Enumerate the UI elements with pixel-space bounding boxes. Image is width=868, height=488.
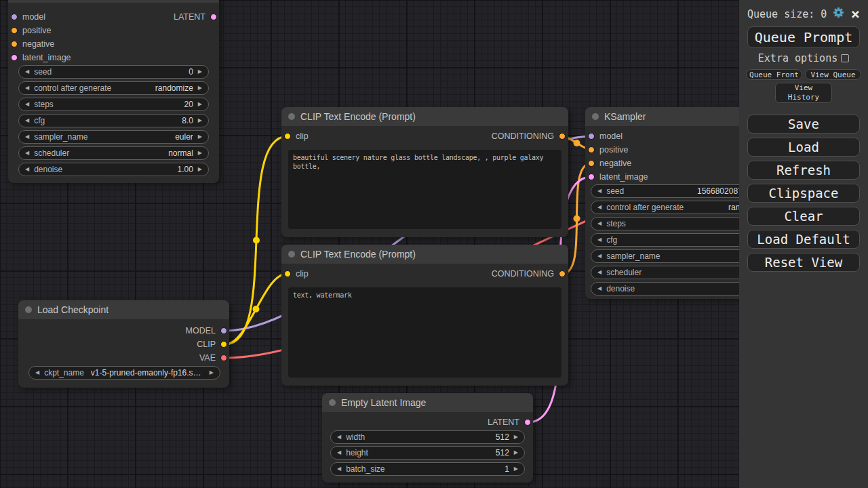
right-arrow-icon[interactable]: ▶ bbox=[514, 434, 518, 440]
widget-width[interactable]: ◀ width 512 ▶ bbox=[330, 430, 525, 444]
latent-port-icon[interactable] bbox=[11, 54, 18, 61]
input-port-model[interactable]: model bbox=[11, 12, 45, 22]
model-port-icon[interactable] bbox=[220, 327, 227, 334]
widget-denoise[interactable]: ◀ denoise 1.00 ▶ bbox=[18, 163, 209, 176]
output-port-conditioning[interactable]: CONDITIONING bbox=[492, 269, 566, 279]
input-port-clip[interactable]: clip bbox=[284, 131, 309, 141]
view-history-button[interactable]: View History bbox=[775, 83, 832, 103]
latent-port-icon[interactable] bbox=[210, 14, 217, 20]
conditioning-port-icon[interactable] bbox=[11, 41, 18, 47]
output-port-clip[interactable]: CLIP bbox=[197, 340, 227, 349]
clip-port-icon[interactable] bbox=[284, 133, 291, 140]
load-default-button[interactable]: Load Default bbox=[747, 230, 860, 249]
left-arrow-icon[interactable]: ◀ bbox=[337, 434, 341, 440]
widget-batch-size[interactable]: ◀ batch_size 1 ▶ bbox=[330, 462, 525, 476]
left-arrow-icon[interactable]: ◀ bbox=[25, 167, 29, 172]
node-clip-text-encode-positive[interactable]: CLIP Text Encode (Prompt) clip CONDITION… bbox=[281, 107, 568, 237]
widget-height[interactable]: ◀ height 512 ▶ bbox=[330, 446, 525, 460]
node-ksampler-left[interactable]: KSampler model positive negative latent_… bbox=[8, 0, 219, 183]
latent-port-icon[interactable] bbox=[588, 174, 595, 180]
widget-scheduler[interactable]: ◀ scheduler normal ▶ bbox=[18, 146, 209, 160]
clip-port-icon[interactable] bbox=[284, 270, 291, 277]
node-empty-latent-image[interactable]: Empty Latent Image LATENT ◀ width 512 ▶ … bbox=[322, 393, 533, 483]
queue-prompt-button[interactable]: Queue Prompt bbox=[747, 26, 860, 48]
input-port-negative[interactable]: negative bbox=[588, 159, 631, 168]
left-arrow-icon[interactable]: ◀ bbox=[25, 150, 29, 156]
left-arrow-icon[interactable]: ◀ bbox=[597, 221, 601, 226]
node-title-bar[interactable]: CLIP Text Encode (Prompt) bbox=[281, 107, 568, 126]
node-title-bar[interactable]: CLIP Text Encode (Prompt) bbox=[281, 245, 568, 264]
widget-seed[interactable]: ◀ seed 0 ▶ bbox=[18, 65, 209, 79]
close-icon[interactable]: × bbox=[851, 9, 860, 19]
settings-gear-icon[interactable] bbox=[833, 7, 844, 21]
vae-port-icon[interactable] bbox=[220, 354, 227, 361]
clip-port-icon[interactable] bbox=[220, 341, 227, 348]
widget-sampler-name[interactable]: ◀ sampler_name euler ▶ bbox=[18, 130, 209, 144]
left-arrow-icon[interactable]: ◀ bbox=[597, 286, 601, 291]
latent-port-icon[interactable] bbox=[524, 419, 531, 426]
left-arrow-icon[interactable]: ◀ bbox=[35, 370, 39, 375]
right-arrow-icon[interactable]: ▶ bbox=[210, 370, 214, 375]
node-clip-text-encode-negative[interactable]: CLIP Text Encode (Prompt) clip CONDITION… bbox=[281, 245, 568, 386]
input-port-negative[interactable]: negative bbox=[11, 39, 54, 49]
conditioning-port-icon[interactable] bbox=[559, 133, 566, 140]
conditioning-port-icon[interactable] bbox=[559, 270, 566, 277]
right-arrow-icon[interactable]: ▶ bbox=[198, 69, 202, 75]
right-arrow-icon[interactable]: ▶ bbox=[514, 466, 518, 472]
reset-view-button[interactable]: Reset View bbox=[747, 253, 860, 272]
left-arrow-icon[interactable]: ◀ bbox=[597, 270, 601, 275]
input-port-latent-image[interactable]: latent_image bbox=[11, 53, 71, 62]
left-arrow-icon[interactable]: ◀ bbox=[25, 118, 29, 123]
clipspace-button[interactable]: Clipspace bbox=[747, 184, 860, 203]
right-arrow-icon[interactable]: ▶ bbox=[198, 167, 202, 172]
right-arrow-icon[interactable]: ▶ bbox=[198, 102, 202, 107]
extra-options-checkbox[interactable] bbox=[841, 54, 849, 62]
left-arrow-icon[interactable]: ◀ bbox=[25, 134, 29, 140]
model-port-icon[interactable] bbox=[11, 14, 18, 20]
output-port-vae[interactable]: VAE bbox=[199, 353, 227, 363]
collapse-dot-icon[interactable] bbox=[288, 251, 295, 258]
node-title-bar[interactable]: KSampler bbox=[8, 0, 219, 3]
right-arrow-icon[interactable]: ▶ bbox=[198, 118, 202, 123]
left-arrow-icon[interactable]: ◀ bbox=[597, 205, 601, 210]
node-title-bar[interactable]: Empty Latent Image bbox=[322, 393, 533, 412]
conditioning-port-icon[interactable] bbox=[588, 160, 595, 167]
conditioning-port-icon[interactable] bbox=[588, 146, 595, 153]
node-title-bar[interactable]: Load Checkpoint bbox=[18, 300, 229, 319]
collapse-dot-icon[interactable] bbox=[25, 306, 32, 313]
output-port-latent[interactable]: LATENT bbox=[488, 418, 531, 427]
left-arrow-icon[interactable]: ◀ bbox=[25, 85, 29, 91]
queue-front-button[interactable]: Queue Front bbox=[746, 69, 802, 80]
right-arrow-icon[interactable]: ▶ bbox=[198, 85, 202, 91]
save-button[interactable]: Save bbox=[747, 115, 860, 134]
clear-button[interactable]: Clear bbox=[747, 207, 860, 226]
widget-cfg[interactable]: ◀ cfg 8.0 ▶ bbox=[18, 114, 209, 127]
collapse-dot-icon[interactable] bbox=[329, 399, 336, 406]
prompt-textarea[interactable]: text, watermark bbox=[288, 287, 561, 378]
right-arrow-icon[interactable]: ▶ bbox=[198, 134, 202, 140]
widget-ckpt-name[interactable]: ◀ ckpt_name v1-5-pruned-emaonly-fp16.s… … bbox=[28, 366, 220, 380]
collapse-dot-icon[interactable] bbox=[288, 113, 295, 120]
right-arrow-icon[interactable]: ▶ bbox=[514, 450, 518, 455]
output-port-conditioning[interactable]: CONDITIONING bbox=[492, 131, 566, 141]
prompt-textarea[interactable]: beautiful scenery nature glass bottle la… bbox=[288, 150, 561, 229]
left-arrow-icon[interactable]: ◀ bbox=[25, 69, 29, 75]
left-arrow-icon[interactable]: ◀ bbox=[25, 102, 29, 107]
conditioning-port-icon[interactable] bbox=[11, 27, 18, 34]
collapse-dot-icon[interactable] bbox=[592, 113, 599, 120]
refresh-button[interactable]: Refresh bbox=[747, 161, 860, 180]
input-port-positive[interactable]: positive bbox=[588, 145, 628, 155]
left-arrow-icon[interactable]: ◀ bbox=[597, 188, 601, 194]
widget-steps[interactable]: ◀ steps 20 ▶ bbox=[18, 98, 209, 111]
right-arrow-icon[interactable]: ▶ bbox=[198, 150, 202, 156]
widget-control-after-generate[interactable]: ◀ control after generate randomize ▶ bbox=[18, 81, 209, 95]
load-button[interactable]: Load bbox=[747, 138, 860, 157]
output-port-latent[interactable]: LATENT bbox=[174, 12, 217, 22]
input-port-latent-image[interactable]: latent_image bbox=[588, 172, 648, 182]
left-arrow-icon[interactable]: ◀ bbox=[597, 253, 601, 259]
input-port-model[interactable]: model bbox=[588, 131, 623, 141]
left-arrow-icon[interactable]: ◀ bbox=[597, 237, 601, 243]
input-port-clip[interactable]: clip bbox=[284, 269, 309, 279]
output-port-model[interactable]: MODEL bbox=[186, 326, 227, 336]
input-port-positive[interactable]: positive bbox=[11, 26, 51, 35]
